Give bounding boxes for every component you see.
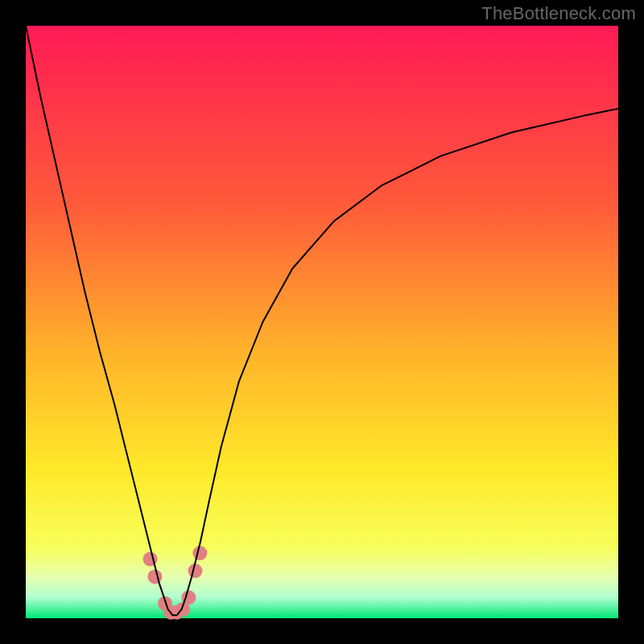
highlight-point — [143, 551, 158, 566]
chart-canvas: TheBottleneck.com — [0, 0, 644, 644]
watermark-text: TheBottleneck.com — [481, 3, 636, 24]
highlight-point — [147, 569, 162, 584]
highlight-point — [192, 546, 207, 560]
plot-background — [26, 26, 618, 618]
bottleneck-chart — [0, 0, 644, 644]
